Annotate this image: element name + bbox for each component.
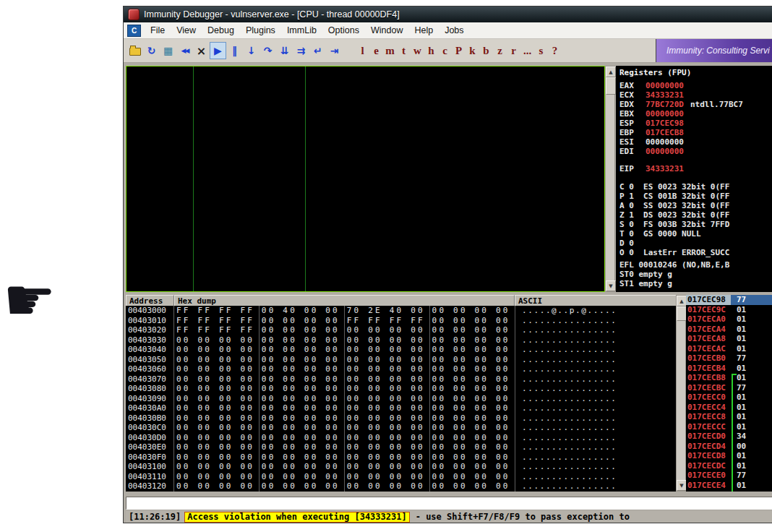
flag-row[interactable]: S 0 FS 003B 32bit 7FFD [619,220,772,229]
windows-button[interactable]: ▦ [160,42,176,59]
toolbar-letter-button[interactable]: c [438,45,452,57]
scroll-up-button[interactable]: ▲ [677,296,687,306]
stack-row[interactable]: 017CECD4 00 [686,442,772,452]
flag-row[interactable]: Z 1 DS 0023 32bit 0(FF [619,210,772,220]
hexdump-row[interactable]: 004030D0 00 00 00 00 00 00 00 00 00 00 0… [126,433,676,443]
menu-item-plugins[interactable]: Plugins [240,24,281,37]
step-over-button[interactable]: ↷ [260,42,276,59]
stack-row[interactable]: 017CECA4 01 [686,325,772,335]
animate-over-button[interactable]: ⇉ [293,42,309,59]
flag-row[interactable]: D 0 [619,239,772,248]
close-process-button[interactable]: × [193,42,210,59]
flag-row[interactable]: C 0 ES 0023 32bit 0(FF [619,182,772,192]
register-row[interactable]: EAX 00000000 [619,81,772,90]
menu-item-jobs[interactable]: Jobs [439,24,469,37]
hexdump-row[interactable]: 004030C0 00 00 00 00 00 00 00 00 00 00 0… [126,423,676,433]
toolbar-letter-button[interactable]: ? [548,45,562,57]
stack-row[interactable]: 017CECA8 01 [686,334,772,344]
registers-pane[interactable]: Registers (FPU) EAX 00000000 ECX 3433323… [616,66,772,292]
rewind-button[interactable]: ◀◀ [176,42,193,59]
hexdump-row[interactable]: 004030F0 00 00 00 00 00 00 00 00 00 00 0… [126,452,676,463]
register-row-eip[interactable]: EIP 34333231 [619,164,772,173]
scroll-up-button[interactable]: ▲ [606,66,616,77]
stack-row[interactable]: 017CECC4 01 [686,403,772,413]
register-row[interactable]: ECX 34333231 [619,90,772,100]
toolbar-letter-button[interactable]: ... [520,45,534,57]
stack-row[interactable]: 017CECD0 34 [686,432,772,442]
fpu-row[interactable]: ST1 empty g [619,279,772,288]
scroll-down-button[interactable]: ▼ [606,280,616,291]
stack-row[interactable]: 017CECC8 01 [686,412,772,422]
stack-row[interactable]: 017CECDC 01 [686,461,772,471]
toolbar-letter-button[interactable]: h [424,45,438,57]
hexdump-row[interactable]: 00403120 00 00 00 00 00 00 00 00 00 00 0… [126,481,676,492]
scroll-thumb[interactable] [606,77,616,95]
menu-item-immlib[interactable]: ImmLib [281,24,322,37]
menu-item-options[interactable]: Options [322,24,365,37]
toolbar-letter-button[interactable]: w [411,45,424,57]
register-row[interactable]: ESP 017CEC98 [619,119,772,128]
run-button[interactable]: ▶ [210,42,226,59]
hexdump-row[interactable]: 00403040 00 00 00 00 00 00 00 00 00 00 0… [126,345,676,355]
hexdump-row[interactable]: 00403110 00 00 00 00 00 00 00 00 00 00 0… [126,472,676,482]
restart-button[interactable]: ↻ [143,42,160,59]
open-file-button[interactable] [126,42,143,59]
flag-row[interactable]: T 0 GS 0000 NULL [619,229,772,239]
command-input[interactable] [126,497,772,510]
flag-row[interactable]: P 1 CS 001B 32bit 0(FF [619,192,772,201]
toolbar-letter-button[interactable]: t [397,45,411,57]
menu-item-debug[interactable]: Debug [202,24,240,37]
hexdump-row[interactable]: 00403080 00 00 00 00 00 00 00 00 00 00 0… [126,384,676,394]
scroll-thumb[interactable] [677,306,687,321]
hexdump-row[interactable]: 00403010 FF FF FF FF 00 00 00 00 FF FF F… [126,316,676,326]
hexdump-pane[interactable]: Address Hex dump ASCII 00403000 FF FF FF… [126,295,676,492]
toolbar-letter-button[interactable]: s [534,45,548,57]
toolbar-letter-button[interactable]: k [466,45,479,57]
animate-into-button[interactable]: ⇊ [276,42,293,59]
hexdump-scrollbar[interactable]: ▲ ▼ [676,295,686,492]
stack-row[interactable]: 017CECE0 77 [686,471,772,481]
menu-item-window[interactable]: Window [365,24,408,37]
hexdump-row[interactable]: 00403030 00 00 00 00 00 00 00 00 00 00 0… [126,335,676,346]
toolbar-letter-button[interactable]: m [383,45,397,57]
toolbar-letter-button[interactable]: P [452,45,466,57]
flag-row[interactable]: O 0 LastErr ERROR_SUCC [619,248,772,257]
stack-row[interactable]: 017CECC0 01 [686,392,772,403]
goto-button[interactable]: ⇥ [326,42,343,59]
stack-row[interactable]: 017CEC98 77 [686,295,772,305]
fpu-row[interactable]: ST0 empty g [619,270,772,279]
hexdump-row[interactable]: 004030E0 00 00 00 00 00 00 00 00 00 00 0… [126,442,676,452]
until-return-button[interactable]: ↵ [309,42,326,59]
cpu-scrollbar[interactable]: ▲ ▼ [605,66,615,292]
hexdump-row[interactable]: 004030B0 00 00 00 00 00 00 00 00 00 00 0… [126,413,676,424]
toolbar-letter-button[interactable]: l [356,45,369,57]
stack-row[interactable]: 017CECD8 01 [686,451,772,461]
hexdump-row[interactable]: 00403100 00 00 00 00 00 00 00 00 00 00 0… [126,462,676,472]
hexdump-row[interactable]: 00403060 00 00 00 00 00 00 00 00 00 00 0… [126,364,676,374]
stack-row[interactable]: 017CECE4 01 [686,481,772,491]
stack-row[interactable]: 017CECB0 77 [686,353,772,364]
toolbar-letter-button[interactable]: e [369,45,383,57]
register-row[interactable]: EBP 017CECB8 [619,128,772,137]
efl-row[interactable]: EFL 00010246 (NO,NB,E,B [619,260,772,270]
hexdump-row[interactable]: 00403000 FF FF FF FF 00 40 00 00 70 2E 4… [126,306,676,316]
register-row[interactable]: ESI 00000000 [619,137,772,147]
step-into-button[interactable]: ↓ [243,42,260,59]
flag-row[interactable]: A 0 SS 0023 32bit 0(FF [619,201,772,210]
menu-item-file[interactable]: File [145,24,171,37]
cpu-window-icon[interactable]: C [127,25,141,37]
stack-row[interactable]: 017CECAC 01 [686,344,772,354]
hexdump-row[interactable]: 00403020 FF FF FF FF 00 00 00 00 00 00 0… [126,325,676,335]
toolbar-letter-button[interactable]: b [479,45,493,57]
stack-row[interactable]: 017CEC9C 01 [686,305,772,315]
stack-row[interactable]: 017CECA0 01 [686,314,772,325]
toolbar-letter-button[interactable]: r [507,45,520,57]
hexdump-row[interactable]: 00403090 00 00 00 00 00 00 00 00 00 00 0… [126,394,676,404]
register-row[interactable]: EDI 00000000 [619,147,772,156]
stack-row[interactable]: 017CECB8 01 [686,373,772,383]
stack-row[interactable]: 017CECCC 01 [686,422,772,432]
pause-button[interactable]: ‖ [226,42,243,59]
cpu-disassembly-pane[interactable] [126,66,605,292]
menu-item-help[interactable]: Help [408,24,439,37]
menu-item-view[interactable]: View [171,24,202,37]
